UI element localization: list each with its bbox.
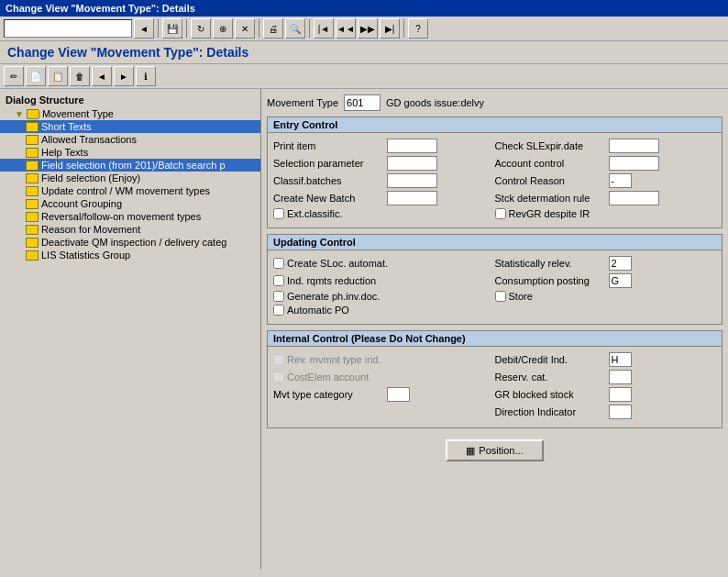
account-control-input[interactable]	[609, 156, 659, 171]
entry-row-4: Create New Batch Stck determation rule	[273, 191, 716, 205]
gr-blocked-input[interactable]	[609, 387, 632, 402]
cost-elem-checkbox	[273, 372, 284, 383]
back-btn[interactable]: ◄	[134, 18, 154, 39]
folder-icon-9	[26, 225, 39, 235]
toolbar: ◄ 💾 ↻ ⊕ ✕ 🖨 🔍 |◄ ◄◄ ▶▶ ▶| ?	[0, 17, 728, 41]
next-entry-btn[interactable]: ►	[114, 66, 134, 86]
print-btn[interactable]: 🖨	[263, 18, 283, 39]
last-btn[interactable]: ▶|	[380, 18, 400, 39]
folder-icon-11	[26, 250, 39, 261]
main-layout: Dialog Structure ▼ Movement Type Short T…	[0, 89, 728, 570]
mv-header: Movement Type GD goods issue:delvy	[267, 94, 722, 111]
control-reason-input[interactable]	[609, 173, 632, 188]
reserv-cat-label: Reserv. cat.	[495, 372, 605, 383]
entry-control-section: Entry Control Print item Check SLExpir.d…	[267, 117, 722, 228]
tree-item-field-selection-enjoy[interactable]: Field selection (Enjoy)	[0, 172, 260, 184]
new-btn[interactable]: 📄	[26, 66, 46, 86]
ind-rqmts-checkbox[interactable]	[273, 275, 284, 286]
sloc-automat-label: Create SLoc. automat.	[287, 258, 388, 269]
check-sl-label: Check SLExpir.date	[495, 140, 605, 151]
store-checkbox[interactable]	[495, 291, 506, 302]
folder-icon-3	[26, 148, 39, 158]
sloc-automat-checkbox-label: Create SLoc. automat.	[273, 258, 388, 269]
print-item-input[interactable]	[387, 139, 437, 153]
mvt-category-col: Mvt type category	[273, 387, 495, 402]
entry-row-1: Print item Check SLExpir.date	[273, 139, 716, 153]
position-button[interactable]: ▦ Position...	[446, 439, 543, 461]
title-bar: Change View "Movement Type": Details	[0, 0, 728, 17]
stat-relev-col: Statistically relev.	[495, 256, 717, 271]
find-btn[interactable]: 🔍	[285, 18, 305, 39]
stck-det-input[interactable]	[609, 191, 659, 205]
consumption-posting-input[interactable]	[609, 273, 632, 288]
selection-param-input[interactable]	[387, 156, 437, 171]
internal-row-1: Rev. mvmnt type ind. Debit/Credit Ind.	[273, 352, 716, 367]
folder-icon-8	[26, 212, 39, 222]
tree-item-account-label: Account Grouping	[41, 198, 122, 209]
direction-ind-input[interactable]	[609, 405, 632, 419]
tree-item-reason[interactable]: Reason for Movement	[0, 223, 260, 236]
tree-item-help-texts[interactable]: Help Texts	[0, 146, 260, 159]
internal-row-2: CostElem account Reserv. cat.	[273, 370, 716, 384]
reserv-cat-col: Reserv. cat.	[495, 370, 717, 384]
tree-item-movement-type-label: Movement Type	[42, 108, 114, 119]
ind-rqmts-label: Ind. rqmts reduction	[287, 275, 376, 286]
prev-entry-btn[interactable]: ◄	[92, 66, 112, 86]
help-btn[interactable]: ?	[408, 18, 428, 39]
page-title: Change View "Movement Type": Details	[0, 41, 728, 64]
internal-control-header: Internal Control (Please Do Not Change)	[268, 331, 722, 347]
internal-row-3: Mvt type category GR blocked stock	[273, 387, 716, 402]
first-btn[interactable]: |◄	[314, 18, 334, 39]
updating-control-content: Create SLoc. automat. Statistically rele…	[268, 250, 722, 324]
folder-icon-1	[26, 122, 39, 132]
tree-item-allowed-transactions[interactable]: Allowed Transactions	[0, 133, 260, 146]
create-batch-col: Create New Batch	[273, 191, 495, 205]
mv-description: GD goods issue:delvy	[386, 97, 484, 108]
mv-value-input[interactable]	[344, 94, 381, 111]
direction-ind-label: Direction Indicator	[495, 406, 605, 417]
automatic-po-checkbox[interactable]	[273, 305, 284, 316]
direction-ind-col: Direction Indicator	[495, 405, 717, 419]
next-btn[interactable]: ▶▶	[358, 18, 378, 39]
print-item-col: Print item	[273, 139, 495, 153]
tree-item-short-texts[interactable]: Short Texts	[0, 120, 260, 133]
create-batch-input[interactable]	[387, 191, 437, 205]
tree-item-reversal[interactable]: Reversal/follow-on movement types	[0, 210, 260, 223]
mvt-category-input[interactable]	[387, 387, 410, 402]
entry-row-2: Selection parameter Account control	[273, 156, 716, 171]
tree-item-deactivate-qm[interactable]: Deactivate QM inspection / delivery cate…	[0, 236, 260, 249]
info-btn[interactable]: ℹ	[136, 66, 156, 86]
rev-gr-checkbox[interactable]	[495, 208, 506, 219]
command-input[interactable]	[4, 19, 132, 38]
nav-btn-1[interactable]: ⊕	[213, 18, 233, 39]
debit-credit-input[interactable]	[609, 352, 632, 367]
ext-classific-checkbox[interactable]	[273, 208, 284, 219]
prev-btn[interactable]: ◄◄	[336, 18, 356, 39]
folder-icon-6	[26, 186, 39, 196]
tree-item-account-grouping[interactable]: Account Grouping	[0, 197, 260, 210]
rev-mvmnt-checkbox	[273, 354, 284, 365]
sloc-automat-checkbox[interactable]	[273, 258, 284, 269]
dialog-structure-title: Dialog Structure	[0, 93, 260, 107]
copy-btn[interactable]: 📋	[48, 66, 68, 86]
folder-icon-2	[26, 135, 39, 145]
tree-item-field-selection-201[interactable]: Field selection (from 201)/Batch search …	[0, 159, 260, 172]
reserv-cat-input[interactable]	[609, 370, 632, 384]
selection-param-col: Selection parameter	[273, 156, 495, 171]
tree-item-movement-type[interactable]: ▼ Movement Type	[0, 107, 260, 120]
generate-ph-checkbox[interactable]	[273, 291, 284, 302]
position-icon: ▦	[466, 445, 475, 457]
tree-item-lis-label: LIS Statistics Group	[41, 250, 130, 261]
delete-btn[interactable]: 🗑	[70, 66, 90, 86]
nav-btn-2[interactable]: ✕	[235, 18, 255, 39]
entry-control-content: Print item Check SLExpir.date Selection …	[268, 133, 722, 227]
stat-relev-input[interactable]	[609, 256, 632, 271]
refresh-btn[interactable]: ↻	[191, 18, 211, 39]
check-sl-input[interactable]	[609, 139, 659, 153]
tree-item-update-control[interactable]: Update control / WM movement types	[0, 184, 260, 197]
tree-item-lis[interactable]: LIS Statistics Group	[0, 249, 260, 261]
folder-icon-4	[26, 161, 39, 171]
classif-input[interactable]	[387, 173, 437, 188]
save-btn[interactable]: 💾	[162, 18, 182, 39]
edit-btn[interactable]: ✏	[4, 66, 24, 86]
